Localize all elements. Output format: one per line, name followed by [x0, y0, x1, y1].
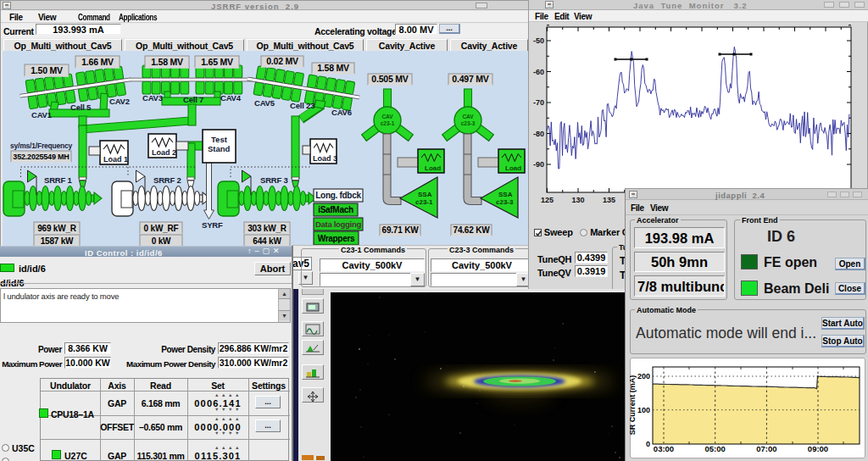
- svg-text:74.62 KW: 74.62 KW: [453, 225, 491, 235]
- svg-text:135: 135: [603, 196, 615, 204]
- svg-text:1.58 MV: 1.58 MV: [317, 63, 349, 73]
- svg-text:125: 125: [541, 196, 554, 204]
- svg-text:sy/ms/1/Frequency: sy/ms/1/Frequency: [10, 142, 73, 150]
- svg-text:-70: -70: [533, 98, 544, 107]
- svg-text:352.2025549 MH: 352.2025549 MH: [13, 153, 69, 161]
- svg-text:-50: -50: [533, 36, 544, 45]
- svg-text:0.02 MV: 0.02 MV: [266, 56, 298, 66]
- svg-text:Stand: Stand: [208, 144, 231, 153]
- svg-text:1.65 MV: 1.65 MV: [201, 57, 233, 67]
- svg-text:0 kW: 0 kW: [152, 236, 171, 246]
- svg-text:CAV: CAV: [381, 114, 393, 119]
- svg-text:Cell 5: Cell 5: [70, 103, 92, 112]
- svg-text:0 kW_RF: 0 kW_RF: [144, 224, 179, 233]
- svg-text:CAV: CAV: [462, 114, 474, 119]
- svg-text:Load 3: Load 3: [313, 154, 337, 163]
- svg-text:303 kW_R: 303 kW_R: [248, 224, 287, 233]
- svg-text:03:00: 03:00: [654, 444, 674, 453]
- svg-text:969 kW_R: 969 kW_R: [37, 224, 77, 233]
- svg-text:Long. fdbck: Long. fdbck: [315, 191, 361, 200]
- svg-text:130: 130: [571, 196, 584, 204]
- svg-text:Test: Test: [211, 135, 228, 144]
- svg-text:0.497 MV: 0.497 MV: [452, 74, 489, 84]
- svg-text:1.50 MV: 1.50 MV: [31, 65, 63, 75]
- svg-text:05:00: 05:00: [705, 444, 726, 453]
- svg-text:-90: -90: [533, 160, 544, 169]
- svg-text:c23-1: c23-1: [381, 120, 395, 126]
- svg-text:SSA: SSA: [418, 191, 432, 198]
- svg-text:c23-1: c23-1: [415, 198, 433, 206]
- svg-text:09:00: 09:00: [808, 444, 828, 453]
- svg-text:0.505 MV: 0.505 MV: [371, 74, 409, 84]
- svg-text:CAV3: CAV3: [142, 93, 163, 103]
- svg-text:Load: Load: [505, 164, 521, 172]
- svg-text:-80: -80: [533, 130, 544, 138]
- svg-text:Load 1: Load 1: [103, 155, 128, 164]
- svg-text:1587 kW: 1587 kW: [41, 236, 74, 246]
- svg-text:69.71 KW: 69.71 KW: [382, 225, 420, 235]
- svg-text:100: 100: [637, 406, 650, 414]
- svg-text:c23-3: c23-3: [496, 198, 514, 206]
- svg-text:-60: -60: [533, 68, 544, 76]
- svg-text:1.58 MV: 1.58 MV: [151, 57, 183, 67]
- svg-text:Data logging: Data logging: [315, 219, 361, 229]
- svg-text:Cell 7: Cell 7: [183, 95, 203, 104]
- svg-text:c23-3: c23-3: [461, 120, 476, 126]
- svg-text:1.66 MV: 1.66 MV: [81, 57, 114, 67]
- svg-text:iSafMach: iSafMach: [318, 205, 353, 214]
- svg-text:CAV5: CAV5: [254, 98, 275, 108]
- svg-text:CAV2: CAV2: [109, 97, 130, 106]
- svg-text:644 kW: 644 kW: [253, 236, 281, 246]
- svg-text:SRRF 1: SRRF 1: [44, 175, 73, 185]
- svg-text:SR Current (mA): SR Current (mA): [630, 375, 637, 436]
- svg-text:SSA: SSA: [498, 191, 513, 198]
- svg-text:Load: Load: [425, 164, 441, 172]
- svg-text:SRRF 2: SRRF 2: [153, 175, 181, 185]
- svg-text:0: 0: [646, 440, 650, 448]
- svg-text:CAV1: CAV1: [31, 110, 53, 119]
- svg-text:CAV4: CAV4: [220, 93, 242, 103]
- svg-text:200: 200: [637, 372, 650, 380]
- svg-text:CAV6: CAV6: [331, 108, 352, 117]
- svg-text:SRRF 3: SRRF 3: [260, 175, 288, 185]
- svg-text:Cell 23: Cell 23: [290, 101, 314, 110]
- svg-text:07:00: 07:00: [756, 444, 776, 453]
- svg-text:Wrappers: Wrappers: [318, 234, 355, 243]
- svg-text:Load 2: Load 2: [152, 148, 176, 157]
- svg-text:SYRF: SYRF: [202, 220, 223, 230]
